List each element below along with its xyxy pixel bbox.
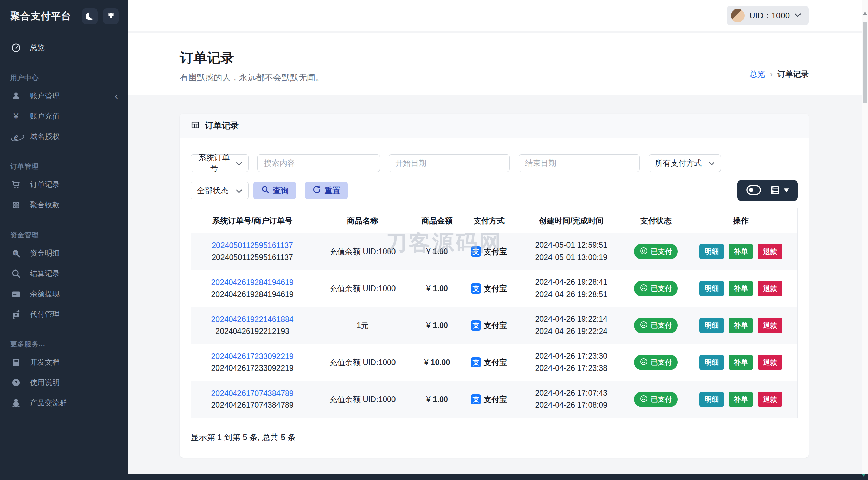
sidebar-item-account-manage[interactable]: 账户管理‹ <box>0 86 128 106</box>
breadcrumb-separator-icon: › <box>770 69 773 79</box>
time-cell: 2024-04-26 17:23:302024-04-26 17:23:38 <box>515 344 628 381</box>
sidebar-item-product-group[interactable]: 产品交流群 <box>0 393 128 413</box>
status-cell: 已支付 <box>628 307 684 344</box>
sidebar-tools <box>82 8 119 24</box>
detail-button[interactable]: 明细 <box>699 244 724 259</box>
reorder-button[interactable]: 补单 <box>729 355 753 370</box>
sidebar-item-dev-docs[interactable]: 开发文档 <box>0 352 128 373</box>
refund-button[interactable]: 退款 <box>758 355 782 370</box>
sidebar-item-label: 订单记录 <box>30 180 60 190</box>
end-date-input[interactable] <box>519 154 640 172</box>
sidebar-item-label: 余额提现 <box>30 289 60 299</box>
time-cell: 2024-04-26 17:07:432024-04-26 17:08:09 <box>515 381 628 418</box>
column-header: 支付方式 <box>463 208 515 233</box>
chevron-down-icon <box>236 159 242 168</box>
completed-time: 2024-04-26 19:22:24 <box>515 325 628 338</box>
sidebar-item-label: 聚合收款 <box>30 200 60 210</box>
reorder-button[interactable]: 补单 <box>729 318 753 333</box>
sidebar-item-order-records[interactable]: 订单记录 <box>0 175 128 195</box>
cart-icon <box>10 180 22 190</box>
table-header-row: 系统订单号/商户订单号商品名称商品金额支付方式创建时间/完成时间支付状态操作 <box>191 208 798 233</box>
card-title: 订单记录 <box>205 120 239 131</box>
theme-button[interactable] <box>103 8 119 24</box>
time-cell: 2024-04-26 19:28:412024-04-26 19:28:51 <box>515 270 628 307</box>
book-icon <box>10 358 22 367</box>
card-body: 系统订单号 所有支付方式 全部状态 <box>180 138 809 458</box>
merchant-order-no: 2024042617233092219 <box>191 364 314 373</box>
table-grid-icon <box>191 120 200 131</box>
breadcrumb-home-link[interactable]: 总览 <box>749 69 765 79</box>
search-type-select[interactable]: 系统订单号 <box>191 154 249 172</box>
filter-row-1: 系统订单号 所有支付方式 <box>191 154 798 172</box>
pay-method-cell: 支支付宝 <box>463 344 515 381</box>
user-menu[interactable]: UID：1000 <box>727 6 809 25</box>
sidebar-item-domain-auth[interactable]: e域名授权 <box>0 126 128 147</box>
sidebar-item-aggregate-collect[interactable]: 聚合收款 <box>0 195 128 215</box>
actions-cell: 明细补单退款 <box>684 381 798 418</box>
refund-button[interactable]: 退款 <box>758 318 782 333</box>
detail-button[interactable]: 明细 <box>699 318 724 333</box>
table-row: 2024042619221461884202404261922121931元¥ … <box>191 307 798 344</box>
search-dollar-icon: $ <box>10 248 22 258</box>
status-select[interactable]: 全部状态 <box>191 182 249 199</box>
reorder-button[interactable]: 补单 <box>729 244 753 259</box>
table-view-tools <box>737 180 798 201</box>
system-order-link[interactable]: 2024042617074384789 <box>191 389 314 398</box>
sidebar-item-settlement-records[interactable]: 结算记录 <box>0 263 128 284</box>
alipay-icon: 支 <box>471 357 481 367</box>
status-cell: 已支付 <box>628 270 684 307</box>
refund-button[interactable]: 退款 <box>758 281 782 296</box>
sidebar-item-label: 产品交流群 <box>30 398 67 408</box>
caret-down-icon <box>784 188 789 193</box>
system-order-link[interactable]: 2024042619221461884 <box>191 315 314 324</box>
scroll-down-arrow-icon[interactable] <box>862 474 866 479</box>
refund-button[interactable]: 退款 <box>758 244 782 259</box>
product-name-cell: 充值余额 UID:1000 <box>314 344 411 381</box>
sidebar-section-title: 资金管理 <box>0 227 128 243</box>
reorder-button[interactable]: 补单 <box>729 392 753 407</box>
reorder-button[interactable]: 补单 <box>729 281 753 296</box>
question-icon: ? <box>10 378 22 387</box>
orders-table: 系统订单号/商户订单号商品名称商品金额支付方式创建时间/完成时间支付状态操作 2… <box>191 208 798 418</box>
scroll-up-arrow-icon[interactable] <box>863 9 867 15</box>
time-cell: 2024-05-01 12:59:512024-05-01 13:00:19 <box>515 233 628 270</box>
uid-label: UID：1000 <box>749 10 790 21</box>
dark-mode-button[interactable] <box>82 8 98 24</box>
alipay-icon: 支 <box>471 320 481 331</box>
completed-time: 2024-05-01 13:00:19 <box>515 252 628 264</box>
system-order-link[interactable]: 2024050112595161137 <box>191 241 314 250</box>
query-button[interactable]: 查询 <box>253 182 296 199</box>
amount-cell: ¥ 1.00 <box>411 381 463 418</box>
start-date-input[interactable] <box>389 154 510 172</box>
completed-time: 2024-04-26 19:28:51 <box>515 288 628 301</box>
time-cell: 2024-04-26 19:22:142024-04-26 19:22:24 <box>515 307 628 344</box>
detail-button[interactable]: 明细 <box>699 355 724 370</box>
toggle-view-button[interactable] <box>746 185 761 196</box>
system-order-link[interactable]: 2024042619284194619 <box>191 278 314 287</box>
pay-method-select[interactable]: 所有支付方式 <box>649 154 721 172</box>
detail-button[interactable]: 明细 <box>699 392 724 407</box>
merchant-order-no: 2024042619284194619 <box>191 290 314 299</box>
table-row: 20240426170743847892024042617074384789充值… <box>191 381 798 418</box>
sidebar-item-payout-manage[interactable]: 代付管理 <box>0 304 128 324</box>
sidebar-item-balance-withdraw[interactable]: 余额提现 <box>0 284 128 304</box>
svg-text:?: ? <box>15 380 18 385</box>
page-title: 订单记录 <box>180 48 324 67</box>
search-input[interactable] <box>257 154 380 172</box>
refund-button[interactable]: 退款 <box>758 392 782 407</box>
reset-button[interactable]: 重置 <box>305 182 348 199</box>
sidebar-item-fund-details[interactable]: $资金明细 <box>0 243 128 263</box>
sidebar-item-account-recharge[interactable]: ¥账户充值 <box>0 106 128 126</box>
detail-button[interactable]: 明细 <box>699 281 724 296</box>
status-cell: 已支付 <box>628 233 684 270</box>
content-area: 订单记录 系统订单号 所有支付方式 <box>128 95 862 480</box>
bottom-bar <box>128 474 868 480</box>
column-settings-button[interactable] <box>770 185 789 196</box>
column-header: 商品名称 <box>314 208 411 233</box>
scrollbar-thumb[interactable] <box>863 22 867 103</box>
sidebar-item-overview[interactable]: 总览 <box>0 38 128 58</box>
system-order-link[interactable]: 2024042617233092219 <box>191 352 314 361</box>
scrollbar[interactable] <box>862 0 868 480</box>
column-header: 商品金额 <box>411 208 463 233</box>
sidebar-item-usage-guide[interactable]: ?使用说明 <box>0 373 128 393</box>
